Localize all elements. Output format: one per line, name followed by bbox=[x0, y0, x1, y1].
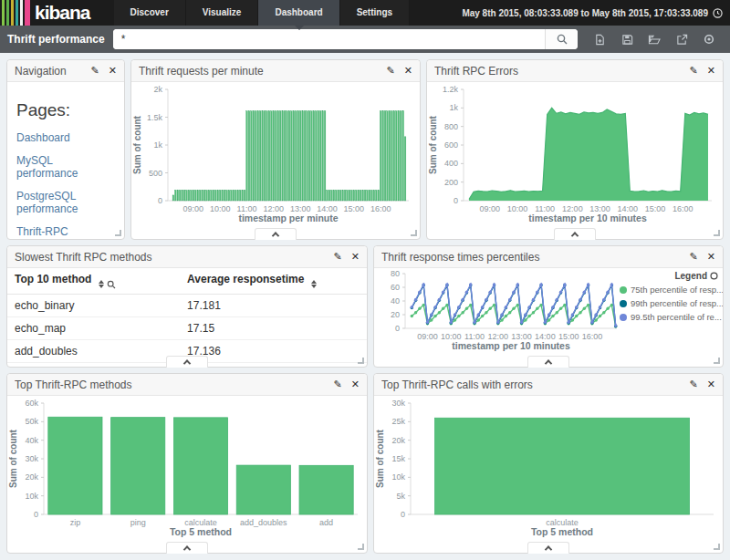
top-methods-chart[interactable]: 010k20k30k40k50k60kSum of countTop 5 met… bbox=[7, 396, 367, 553]
close-panel-icon[interactable]: ✕ bbox=[109, 66, 117, 76]
edit-panel-icon[interactable]: ✎ bbox=[690, 252, 698, 262]
column-search-icon[interactable] bbox=[107, 280, 116, 289]
svg-text:10k: 10k bbox=[391, 472, 405, 482]
errors-chart[interactable]: 02004006008001k1.2k09:0010:0011:0012:001… bbox=[427, 82, 723, 239]
sort-icon[interactable] bbox=[99, 280, 104, 288]
search-button[interactable] bbox=[545, 29, 578, 49]
collapse-panel-button[interactable] bbox=[255, 228, 297, 240]
search-input[interactable] bbox=[113, 29, 545, 49]
edit-panel-icon[interactable]: ✎ bbox=[334, 379, 342, 389]
svg-text:Sum of count: Sum of count bbox=[375, 429, 385, 488]
panel-requests-header[interactable]: Thrift requests per minute ✎ ✕ bbox=[131, 60, 420, 82]
new-document-icon bbox=[594, 34, 606, 46]
nav-link-dashboard[interactable]: Dashboard bbox=[16, 131, 117, 144]
tab-visualize[interactable]: Visualize bbox=[186, 0, 259, 26]
panel-slowest-header[interactable]: Slowest Thrift RPC methods ✎ ✕ bbox=[7, 246, 367, 268]
resize-handle[interactable] bbox=[358, 544, 364, 550]
svg-text:0: 0 bbox=[34, 510, 38, 519]
kibana-logo[interactable]: kibana bbox=[0, 0, 114, 26]
legend-item-99-5th[interactable]: 99.5th percentile of re... bbox=[620, 312, 718, 322]
close-panel-icon[interactable]: ✕ bbox=[351, 252, 360, 262]
tab-settings[interactable]: Settings bbox=[340, 0, 410, 26]
table-row[interactable]: echo_binary 17.181 bbox=[7, 294, 367, 316]
query-bar: Thrift performance bbox=[0, 26, 730, 53]
svg-text:40k: 40k bbox=[25, 436, 38, 445]
requests-chart[interactable]: 05001k1.5k2k09:0010:0011:0012:0013:0014:… bbox=[131, 82, 420, 239]
sort-icon[interactable] bbox=[311, 280, 317, 288]
save-icon bbox=[621, 34, 633, 46]
share-dashboard-button[interactable] bbox=[668, 26, 695, 53]
gear-icon bbox=[704, 34, 714, 45]
panel-title: Slowest Thrift RPC methods bbox=[15, 251, 334, 264]
tab-dashboard[interactable]: Dashboard bbox=[258, 0, 339, 26]
svg-text:80: 80 bbox=[391, 269, 400, 278]
resize-handle[interactable] bbox=[411, 230, 417, 236]
collapse-panel-button[interactable] bbox=[527, 542, 569, 554]
edit-panel-icon[interactable]: ✎ bbox=[387, 66, 395, 76]
resize-handle[interactable] bbox=[714, 544, 720, 550]
method-cell: add_doubles bbox=[7, 339, 180, 362]
top-navbar: kibana Discover Visualize Dashboard Sett… bbox=[0, 0, 730, 26]
edit-panel-icon[interactable]: ✎ bbox=[91, 66, 99, 76]
svg-text:20k: 20k bbox=[391, 436, 405, 445]
new-dashboard-button[interactable] bbox=[586, 26, 613, 53]
resize-handle[interactable] bbox=[358, 358, 364, 364]
slowest-methods-table: Top 10 method Average bbox=[7, 268, 367, 367]
column-header-responsetime[interactable]: Average responsetime bbox=[180, 268, 367, 294]
close-panel-icon[interactable]: ✕ bbox=[707, 252, 715, 262]
method-cell: echo_set bbox=[7, 362, 180, 367]
svg-text:Top 5 method: Top 5 method bbox=[531, 526, 593, 537]
resize-handle[interactable] bbox=[714, 358, 720, 364]
svg-text:zip: zip bbox=[70, 518, 81, 527]
panel-call-errors-header[interactable]: Top Thrift-RPC calls with errors ✎ ✕ bbox=[374, 374, 723, 396]
svg-text:Sum of count: Sum of count bbox=[132, 115, 142, 174]
panel-percentiles-header[interactable]: Thrift response times percentiles ✎ ✕ bbox=[374, 246, 723, 268]
legend-item-75th[interactable]: 75th percentile of resp... bbox=[620, 285, 718, 295]
save-dashboard-button[interactable] bbox=[613, 26, 641, 53]
svg-text:15k: 15k bbox=[391, 454, 405, 463]
svg-text:calculate: calculate bbox=[184, 518, 217, 527]
column-header-method[interactable]: Top 10 method bbox=[7, 268, 180, 294]
nav-link-thrift-rpc[interactable]: Thrift-RPC performance bbox=[16, 225, 117, 239]
svg-text:09:00: 09:00 bbox=[417, 332, 438, 341]
edit-panel-icon[interactable]: ✎ bbox=[690, 379, 698, 389]
svg-text:2k: 2k bbox=[153, 85, 162, 94]
nav-link-postgresql[interactable]: PostgreSQL performance bbox=[16, 190, 117, 215]
tab-discover[interactable]: Discover bbox=[114, 0, 186, 26]
close-panel-icon[interactable]: ✕ bbox=[404, 66, 412, 76]
svg-text:10:00: 10:00 bbox=[210, 204, 231, 213]
edit-panel-icon[interactable]: ✎ bbox=[334, 252, 342, 262]
svg-text:Sum of count: Sum of count bbox=[428, 115, 438, 174]
edit-panel-icon[interactable]: ✎ bbox=[690, 66, 698, 76]
collapse-panel-button[interactable] bbox=[527, 356, 569, 368]
panel-title: Top Thrift-RPC calls with errors bbox=[381, 379, 690, 391]
panel-methods-header[interactable]: Top Thrift-RPC methods ✎ ✕ bbox=[7, 374, 367, 396]
svg-text:500: 500 bbox=[149, 169, 162, 178]
legend-toggle[interactable]: Legend bbox=[620, 271, 718, 281]
svg-text:30k: 30k bbox=[391, 399, 405, 408]
svg-text:09:00: 09:00 bbox=[183, 204, 204, 213]
collapse-panel-button[interactable] bbox=[554, 228, 596, 240]
load-dashboard-button[interactable] bbox=[641, 26, 668, 53]
options-button[interactable] bbox=[695, 26, 723, 53]
legend-item-99th[interactable]: 99th percentile of resp... bbox=[620, 298, 718, 308]
resize-handle[interactable] bbox=[714, 230, 720, 236]
close-panel-icon[interactable]: ✕ bbox=[707, 379, 715, 389]
close-panel-icon[interactable]: ✕ bbox=[351, 379, 360, 389]
panel-navigation-header[interactable]: Navigation ✎ ✕ bbox=[7, 60, 124, 82]
table-row[interactable]: echo_map 17.15 bbox=[7, 316, 367, 339]
call-errors-chart[interactable]: 05k10k15k20k25k30kSum of countTop 5 meth… bbox=[374, 396, 723, 553]
resize-handle[interactable] bbox=[115, 230, 121, 236]
svg-text:30k: 30k bbox=[25, 454, 38, 463]
nav-link-mysql[interactable]: MySQL performance bbox=[16, 154, 117, 180]
panel-errors-header[interactable]: Thrift RPC Errors ✎ ✕ bbox=[427, 60, 723, 82]
time-range-picker[interactable]: May 8th 2015, 08:03:33.089 to May 8th 20… bbox=[462, 0, 730, 26]
collapse-panel-button[interactable] bbox=[166, 356, 208, 368]
collapse-panel-button[interactable] bbox=[166, 542, 208, 554]
percentiles-chart[interactable]: 02040608009:0010:0011:0012:0013:0014:001… bbox=[374, 268, 723, 367]
close-panel-icon[interactable]: ✕ bbox=[707, 66, 715, 76]
svg-text:1.2k: 1.2k bbox=[443, 85, 459, 94]
svg-text:16:00: 16:00 bbox=[370, 204, 391, 213]
panel-response-percentiles: Thrift response times percentiles ✎ ✕ 02… bbox=[373, 245, 724, 368]
svg-text:20k: 20k bbox=[25, 472, 38, 482]
